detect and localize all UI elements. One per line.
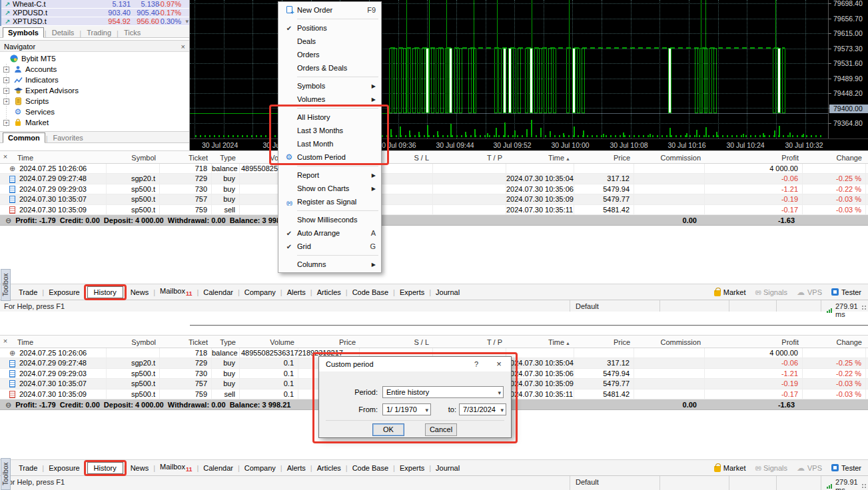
menu-item-new-order[interactable]: New OrderF9 (278, 3, 381, 17)
tab-code-base[interactable]: Code Base (348, 463, 392, 473)
submenu-arrow-icon: ▶ (372, 172, 376, 178)
symbols-tab-trading[interactable]: Trading (82, 28, 116, 37)
candle-hollow (389, 48, 392, 113)
tab-mailbox[interactable]: Mailbox11 (156, 286, 196, 298)
vps-icon: ☁ (797, 288, 805, 297)
menu-item-custom-period[interactable]: ⚙Custom Period (278, 150, 381, 164)
tab-trade[interactable]: Trade (15, 463, 41, 473)
tab-news[interactable]: News (127, 463, 153, 473)
tab-code-base[interactable]: Code Base (348, 287, 392, 298)
close-icon[interactable]: × (181, 41, 185, 53)
nav-item-services[interactable]: ⚙Services (0, 107, 189, 117)
to-date-select[interactable]: 7/31/2024 ▾ (459, 403, 506, 415)
navigator-tab-favorites[interactable]: Favorites (49, 133, 88, 142)
tab-trade[interactable]: Trade (15, 287, 41, 298)
gridline-vertical (747, 0, 747, 138)
history-row[interactable]: 2024.07.30 10:35:09sp500.t759sell0.12024… (0, 205, 868, 215)
tab-articles[interactable]: Articles (313, 463, 345, 473)
collapse-icon: ⊖ (5, 399, 11, 410)
menu-item-last-3-months[interactable]: Last 3 Months (278, 124, 381, 137)
menu-item-show-milliseconds[interactable]: Show Milliseconds (278, 213, 381, 226)
service-tab-vps[interactable]: ☁VPS (797, 288, 822, 297)
history-row[interactable]: 2024.07.30 10:35:07sp500.t757buy0.12024.… (0, 194, 868, 204)
menu-item-auto-arrange[interactable]: ✔Auto ArrangeA (278, 226, 381, 240)
history-row[interactable]: 2024.07.29 09:27:48sgp20.t729buy0.12024.… (0, 174, 868, 184)
nav-item-accounts[interactable]: +Accounts (0, 64, 189, 75)
menu-item-grid[interactable]: ✔GridG (278, 240, 381, 253)
service-tab-signals[interactable]: ((•))Signals (755, 288, 787, 296)
menu-item-last-month[interactable]: Last Month (278, 137, 381, 150)
tab-journal[interactable]: Journal (432, 463, 464, 473)
scrollbar-down-icon[interactable]: ▾ (185, 18, 189, 25)
tab-calendar[interactable]: Calendar (199, 463, 237, 473)
toolbox-close-icon[interactable]: × (1, 337, 9, 345)
nav-item-bybit-mt5[interactable]: Bybit MT5 (0, 53, 189, 64)
tab-news[interactable]: News (127, 287, 153, 298)
dialog-help-button[interactable]: ? (470, 357, 483, 371)
menu-item-register-as-signal[interactable]: ((•))Register as Signal (278, 195, 381, 208)
tab-experts[interactable]: Experts (396, 463, 428, 473)
deal-time: 2024.07.30 10:35:07 (0, 194, 107, 204)
service-tab-market[interactable]: Market (714, 288, 746, 296)
tab-articles[interactable]: Articles (313, 287, 345, 298)
toolbox-vertical-tab[interactable]: Toolbox (1, 269, 11, 301)
nav-item-scripts[interactable]: +Scripts (0, 96, 189, 107)
tab-calendar[interactable]: Calendar (199, 287, 237, 298)
tab-exposure[interactable]: Exposure (45, 287, 83, 298)
tab-experts[interactable]: Experts (396, 287, 428, 298)
symbols-tab-symbols[interactable]: Symbols (3, 27, 44, 38)
menu-item-symbols[interactable]: Symbols▶ (278, 79, 381, 93)
menu-item-columns[interactable]: Columns▶ (278, 258, 381, 271)
dialog-close-icon[interactable]: × (491, 357, 507, 371)
from-date-select[interactable]: 1/ 1/1970 ▾ (382, 403, 431, 415)
tab-company[interactable]: Company (240, 463, 280, 473)
symbols-tab-ticks[interactable]: Ticks (119, 28, 145, 37)
tab-mailbox[interactable]: Mailbox11 (156, 461, 196, 474)
service-tab-tester[interactable]: Tester (831, 288, 861, 296)
expand-plus-icon[interactable]: + (3, 88, 9, 94)
cancel-button[interactable]: Cancel (425, 423, 457, 436)
menu-item-orders[interactable]: Orders (278, 48, 381, 61)
history-row[interactable]: ⊕2024.07.25 10:26:06718balance4 000.0048… (0, 164, 868, 174)
toolbox-close-icon[interactable]: × (1, 152, 9, 160)
tab-company[interactable]: Company (240, 287, 280, 298)
menu-item-deals[interactable]: Deals (278, 35, 381, 48)
history-row[interactable]: 2024.07.29 09:29:03sp500.t730buy0.12024.… (0, 184, 868, 194)
service-tab-vps[interactable]: ☁VPS (797, 463, 822, 473)
volume-tick (610, 135, 612, 137)
service-tab-signals[interactable]: ((•))Signals (755, 464, 787, 472)
menu-item-positions[interactable]: ✔Positions (278, 21, 381, 35)
menu-item-show-on-charts[interactable]: Show on Charts▶ (278, 182, 381, 195)
menu-item-orders-deals[interactable]: Orders & Deals (278, 61, 381, 75)
menu-item-volumes[interactable]: Volumes▶ (278, 93, 381, 106)
tab-exposure[interactable]: Exposure (45, 463, 83, 473)
tab-journal[interactable]: Journal (432, 287, 464, 298)
volume-tick (713, 135, 714, 137)
menu-item-all-history[interactable]: All History (278, 111, 381, 124)
tab-alerts[interactable]: Alerts (283, 463, 310, 473)
tab-alerts[interactable]: Alerts (283, 287, 310, 298)
nav-item-market[interactable]: +Market (0, 117, 189, 128)
symbol-row-xptusd-t[interactable]: ↗XPTUSD.t954.92956.600.30% (1, 17, 189, 26)
tab-history[interactable]: History (87, 462, 123, 474)
nav-item-expert-advisors[interactable]: +Expert Advisors (0, 85, 189, 96)
symbol-row-wheat-c-t[interactable]: ↗Wheat-C.t5.1315.138-0.97% (1, 0, 189, 9)
service-tab-market[interactable]: Market (714, 464, 746, 472)
service-tab-tester[interactable]: Tester (831, 464, 861, 472)
expand-plus-icon[interactable]: + (3, 120, 9, 126)
nav-item-indicators[interactable]: +Indicators (0, 75, 189, 85)
navigator-tab-common[interactable]: Common (3, 132, 45, 143)
volume-bar (437, 131, 438, 137)
expand-plus-icon[interactable]: + (3, 99, 9, 105)
expand-plus-icon[interactable]: + (3, 67, 9, 73)
toolbox-vertical-tab[interactable]: Toolbox (1, 458, 11, 490)
ok-button[interactable]: OK (372, 423, 404, 436)
tab-history[interactable]: History (87, 286, 123, 298)
symbols-tab-details[interactable]: Details (47, 28, 79, 37)
symbol-row-xpdusd-t[interactable]: ↗XPDUSD.t903.40905.40-0.17% (1, 9, 189, 17)
period-select[interactable]: Entire history ▾ (382, 386, 504, 398)
expand-plus-icon[interactable]: + (3, 77, 9, 83)
submenu-arrow-icon: ▶ (372, 262, 376, 268)
volume-tick (792, 135, 793, 137)
menu-item-report[interactable]: Report▶ (278, 168, 381, 182)
